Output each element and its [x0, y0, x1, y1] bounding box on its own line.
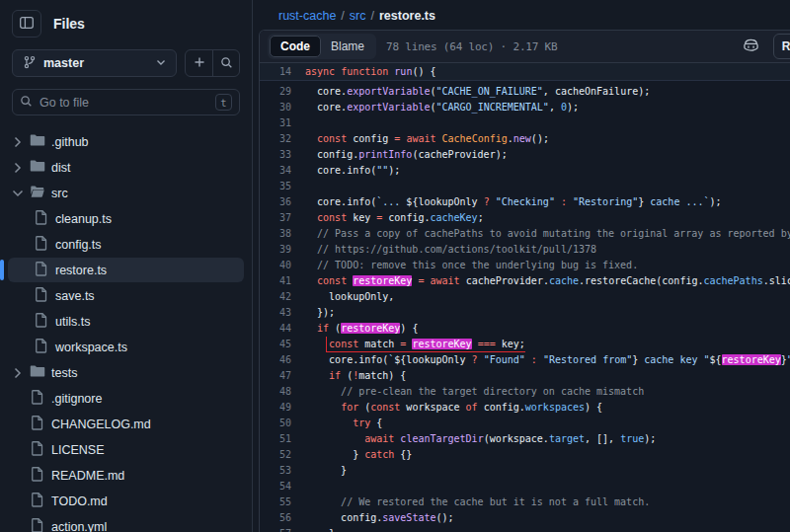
tree-item-workspace-ts[interactable]: workspace.ts: [8, 335, 244, 359]
chevron-down-icon[interactable]: [12, 186, 24, 201]
line-number[interactable]: 30: [260, 100, 305, 115]
line-number[interactable]: 34: [260, 163, 305, 179]
code-line-content: } catch {}: [305, 447, 412, 463]
tree-item-utils-ts[interactable]: utils.ts: [8, 309, 244, 334]
chevron-right-icon[interactable]: [12, 160, 24, 176]
file-toolbar: Code Blame 78 lines (64 loc) · 2.17 KB: [260, 31, 790, 63]
line-number[interactable]: 55: [260, 494, 305, 510]
code-editor-view[interactable]: 14async function run() {29 core.exportVa…: [260, 63, 790, 532]
new-file-button[interactable]: [186, 50, 212, 76]
chevron-right-icon[interactable]: [12, 365, 24, 381]
code-line-45: 45 const match = restoreKey === key;: [260, 337, 790, 352]
sidebar-header: Files: [0, 0, 252, 45]
line-number[interactable]: 46: [260, 352, 305, 368]
line-number[interactable]: 49: [260, 400, 305, 416]
line-number[interactable]: 52: [260, 447, 305, 463]
search-match-highlight: restoreKey: [722, 354, 781, 365]
line-number[interactable]: 14: [260, 63, 305, 80]
line-number[interactable]: 39: [260, 242, 305, 258]
line-number[interactable]: 29: [260, 84, 305, 100]
code-line-51: 51 await cleanTargetDir(workspace.target…: [260, 431, 790, 447]
code-line-50: 50 try {: [260, 416, 790, 431]
tree-item-action-yml[interactable]: action.yml: [8, 514, 244, 532]
tree-item-label: workspace.ts: [55, 341, 127, 354]
line-number[interactable]: 37: [260, 210, 305, 226]
code-line-53: 53 }: [260, 463, 790, 479]
tree-item-changelog-md[interactable]: CHANGELOG.md: [8, 412, 244, 436]
line-number[interactable]: 50: [260, 416, 305, 431]
code-line-54: 54: [260, 479, 790, 494]
line-number[interactable]: 54: [260, 479, 305, 494]
code-line-content: // https://github.com/actions/toolkit/pu…: [305, 242, 596, 258]
line-number[interactable]: 36: [260, 194, 305, 210]
tree-item-label: .github: [51, 135, 89, 149]
copilot-button[interactable]: [738, 34, 765, 59]
code-line-content: });: [305, 305, 335, 321]
code-line-content: // pre-clean the target directory on cac…: [305, 384, 644, 400]
code-line-41: 41 const restoreKey = await cacheProvide…: [260, 273, 790, 289]
line-number[interactable]: 32: [260, 131, 305, 147]
line-number[interactable]: 41: [260, 273, 305, 289]
chevron-right-icon[interactable]: [12, 134, 24, 150]
tree-item-save-ts[interactable]: save.ts: [8, 283, 244, 308]
line-number[interactable]: 33: [260, 147, 305, 163]
raw-button[interactable]: Raw: [774, 35, 790, 58]
tree-item-todo-md[interactable]: TODO.md: [8, 489, 244, 513]
tree-item-src[interactable]: src: [8, 181, 244, 205]
tree-item-tests[interactable]: tests: [8, 360, 244, 385]
line-number[interactable]: 48: [260, 384, 305, 400]
line-number[interactable]: 53: [260, 463, 305, 479]
breadcrumb-dir-link[interactable]: src: [350, 9, 366, 23]
code-line-content: const restoreKey = await cacheProvider.c…: [305, 273, 790, 289]
file-icon: [30, 415, 45, 433]
code-line-content: // We restored the cache but it is not a…: [305, 494, 650, 510]
line-number[interactable]: 45: [260, 337, 305, 352]
collapse-sidebar-button[interactable]: [12, 10, 41, 38]
file-tree: .githubdistsrccleanup.tsconfig.tsrestore…: [0, 125, 252, 532]
tree-item-readme-md[interactable]: README.md: [8, 463, 244, 488]
code-line-content: try {: [305, 416, 382, 431]
code-line-content: core.info("");: [305, 163, 400, 179]
search-tree-button[interactable]: [212, 50, 239, 76]
goto-file-input[interactable]: [40, 96, 208, 110]
tree-item-label: action.yml: [51, 520, 107, 532]
annotation-highlight-box: const match = restoreKey === key;: [329, 339, 525, 349]
tree-item--gitignore[interactable]: .gitignore: [8, 386, 244, 411]
code-line-content: async function run() {: [305, 63, 436, 80]
tree-item-license[interactable]: LICENSE: [8, 437, 244, 462]
tree-item-config-ts[interactable]: config.ts: [8, 232, 244, 257]
line-number[interactable]: 44: [260, 321, 305, 337]
tree-item-label: restore.ts: [55, 264, 107, 277]
tree-item-label: cleanup.ts: [55, 212, 112, 226]
breadcrumb-separator: /: [371, 9, 374, 23]
tree-item--github[interactable]: .github: [8, 129, 244, 154]
tab-code[interactable]: Code: [270, 36, 321, 57]
line-number[interactable]: 57: [260, 526, 305, 532]
line-number[interactable]: 42: [260, 289, 305, 305]
line-number[interactable]: 31: [260, 115, 305, 131]
line-number[interactable]: 38: [260, 226, 305, 242]
code-line-content: config.saveState();: [305, 510, 454, 526]
file-icon: [34, 209, 49, 228]
line-number[interactable]: 35: [260, 179, 305, 194]
line-number[interactable]: 47: [260, 368, 305, 384]
line-number[interactable]: 40: [260, 258, 305, 273]
file-icon: [34, 312, 49, 331]
breadcrumb-repo-link[interactable]: rust-cache: [278, 9, 336, 23]
line-number[interactable]: 43: [260, 305, 305, 321]
branch-selector[interactable]: master: [12, 49, 177, 77]
code-line-content: core.exportVariable("CARGO_INCREMENTAL",…: [305, 100, 579, 115]
folder-open-icon: [30, 184, 45, 202]
tree-item-dist[interactable]: dist: [8, 155, 244, 180]
tree-item-cleanup-ts[interactable]: cleanup.ts: [8, 206, 244, 231]
file-icon: [34, 338, 49, 356]
code-line-content: if (!match) {: [305, 368, 406, 384]
file-tree-sidebar: Files master: [0, 0, 253, 532]
tree-item-restore-ts[interactable]: restore.ts: [8, 258, 244, 282]
copilot-icon: [743, 37, 759, 56]
tab-blame[interactable]: Blame: [321, 36, 374, 57]
line-number[interactable]: 51: [260, 431, 305, 447]
code-line-32: 32 const config = await CacheConfig.new(…: [260, 131, 790, 147]
line-number[interactable]: 56: [260, 510, 305, 526]
goto-file-field[interactable]: t: [12, 89, 240, 115]
